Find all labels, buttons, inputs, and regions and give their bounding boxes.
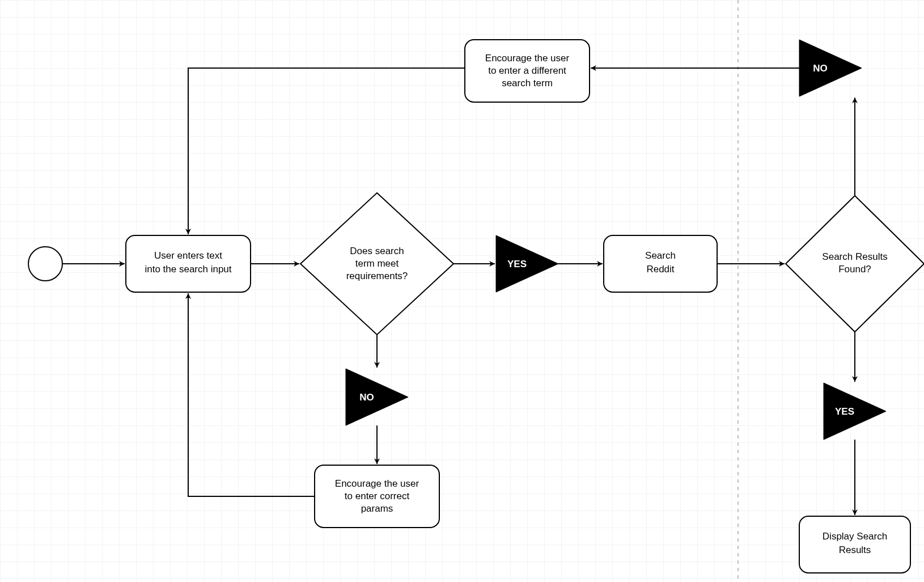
yes-meets-req-label: YES xyxy=(507,259,527,269)
flowchart-canvas: User enters text into the search input D… xyxy=(0,0,924,582)
node-encourage-different-line1: Encourage the user xyxy=(485,53,570,64)
yes-meets-req xyxy=(496,235,558,292)
node-results-found-line1: Search Results xyxy=(822,251,887,262)
node-encourage-different-line2: to enter a different xyxy=(488,65,566,76)
node-results-found-line2: Found? xyxy=(838,264,871,275)
node-encourage-different-line3: search term xyxy=(502,78,553,88)
edge-params-to-user xyxy=(188,293,315,496)
node-display-results-line1: Display Search xyxy=(823,531,887,542)
node-search-reddit-line2: Reddit xyxy=(646,264,674,275)
no-results-label: NO xyxy=(813,63,828,74)
node-encourage-params-line3: params xyxy=(361,503,393,514)
no-meets-req-label: NO xyxy=(359,392,374,403)
edge-diff-to-user xyxy=(188,68,465,234)
start-node xyxy=(28,247,62,281)
node-user-enters-line2: into the search input xyxy=(145,264,231,275)
node-display-results-line2: Results xyxy=(839,545,871,555)
yes-results-label: YES xyxy=(835,406,854,417)
yes-results xyxy=(824,383,886,440)
node-user-enters-line1: User enters text xyxy=(154,250,222,261)
no-results xyxy=(799,40,862,96)
node-search-reddit-line1: Search xyxy=(645,250,676,261)
no-meets-req xyxy=(346,369,408,425)
node-encourage-params-line1: Encourage the user xyxy=(335,478,419,489)
flowchart-svg: User enters text into the search input D… xyxy=(0,0,924,582)
node-meets-requirements-line2: term meet xyxy=(355,258,399,269)
node-meets-requirements-line3: requirements? xyxy=(346,271,408,281)
node-meets-requirements-line1: Does search xyxy=(350,246,404,256)
node-encourage-params-line2: to enter correct xyxy=(345,491,410,501)
